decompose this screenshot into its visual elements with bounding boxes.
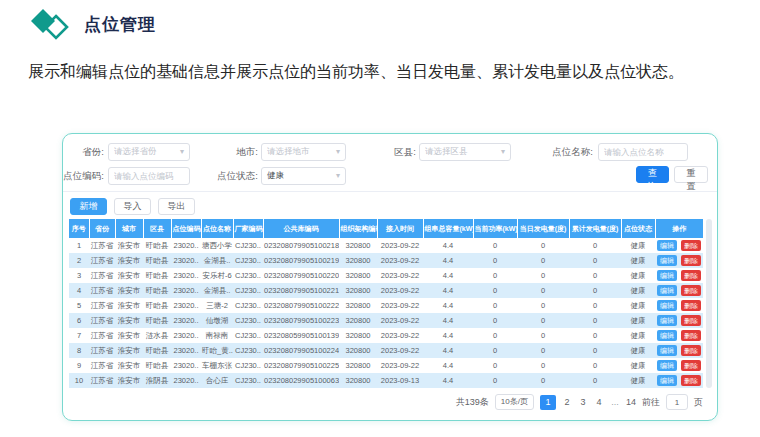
edit-button[interactable]: 编辑 — [657, 360, 677, 371]
edit-button[interactable]: 编辑 — [657, 240, 677, 251]
table-row: 1江苏省淮安市盱眙县23020..塘西小学CJ230..023208079905… — [69, 238, 703, 253]
delete-button[interactable]: 删除 — [681, 330, 701, 341]
table-cell: 江苏省 — [89, 328, 115, 343]
add-button[interactable]: 新增 — [70, 198, 107, 215]
table-cell: 023208059905100139 — [263, 328, 339, 343]
table-cell: 江苏省 — [89, 373, 115, 388]
page-list: 1234...14 — [540, 395, 636, 410]
column-header: 区县 — [143, 219, 171, 238]
page-number[interactable]: 4 — [594, 397, 604, 407]
point-name-label: 点位名称: — [531, 146, 593, 159]
chevron-down-icon: ▾ — [501, 148, 505, 156]
delete-button[interactable]: 删除 — [681, 315, 701, 326]
table-cell: 0 — [569, 298, 621, 313]
delete-button[interactable]: 删除 — [681, 240, 701, 251]
edit-button[interactable]: 编辑 — [657, 330, 677, 341]
province-label: 省份: — [63, 146, 104, 159]
table-cell: 4.4 — [423, 313, 473, 328]
table-cell: 0 — [569, 283, 621, 298]
table-cell: 2023-09-22 — [377, 298, 423, 313]
row-actions: 编辑删除 — [655, 283, 703, 298]
diamond-logo-icon — [30, 8, 72, 41]
page-number[interactable]: 3 — [578, 397, 588, 407]
table-row: 6江苏省淮安市盱眙县23020..仙墩湖CJ230..0232080799051… — [69, 313, 703, 328]
table-cell: 2023-09-22 — [377, 238, 423, 253]
chevron-down-icon: ▾ — [180, 148, 184, 156]
table-cell: 23020.. — [171, 328, 201, 343]
row-actions: 编辑删除 — [655, 298, 703, 313]
table-cell: 320800 — [339, 373, 377, 388]
district-select[interactable]: 请选择区县 ▾ — [419, 143, 511, 161]
table-cell: 0 — [473, 358, 517, 373]
table-cell: 23020.. — [171, 298, 201, 313]
table-cell: 320800 — [339, 238, 377, 253]
table-cell: 0 — [517, 253, 569, 268]
page-number[interactable]: 14 — [626, 397, 636, 407]
edit-button[interactable]: 编辑 — [657, 345, 677, 356]
edit-button[interactable]: 编辑 — [657, 285, 677, 296]
table-cell: 23020.. — [171, 313, 201, 328]
table-cell: 淮安市 — [115, 283, 143, 298]
table-cell: 2 — [69, 253, 89, 268]
table-cell: 23020.. — [171, 373, 201, 388]
delete-button[interactable]: 删除 — [681, 300, 701, 311]
table-row: 3江苏省淮安市盱眙县23020..安乐村-6CJ230..02320807990… — [69, 268, 703, 283]
page-number[interactable]: 1 — [540, 395, 556, 410]
table-cell: 0 — [473, 373, 517, 388]
table-cell: 4.4 — [423, 358, 473, 373]
table-cell: 023208079905100224 — [263, 343, 339, 358]
edit-button[interactable]: 编辑 — [657, 270, 677, 281]
table-cell: 盱眙县 — [143, 313, 171, 328]
edit-button[interactable]: 编辑 — [657, 315, 677, 326]
table-cell: 合心庄 — [201, 373, 233, 388]
table-header-row: 序号省份城市区县点位编码点位名称厂家编码公共库编码组织架构编码接入时间组串总容量… — [69, 219, 703, 238]
goto-label: 前往 — [642, 396, 660, 409]
table-cell: 023208079905100220 — [263, 268, 339, 283]
table-cell: 淮安市 — [115, 298, 143, 313]
goto-page-input[interactable] — [666, 394, 688, 410]
page-header: 点位管理 — [30, 8, 156, 41]
import-button[interactable]: 导入 — [114, 198, 151, 215]
point-status-select[interactable]: 健康 ▾ — [261, 167, 346, 185]
column-header: 厂家编码 — [233, 219, 263, 238]
delete-button[interactable]: 删除 — [681, 345, 701, 356]
table-cell: 320800 — [339, 328, 377, 343]
delete-button[interactable]: 删除 — [681, 375, 701, 386]
reset-button[interactable]: 重置 — [674, 166, 708, 183]
table-cell: 0 — [517, 238, 569, 253]
table-cell: 0 — [517, 268, 569, 283]
table-cell: 320800 — [339, 268, 377, 283]
chevron-down-icon: ▾ — [336, 148, 340, 156]
column-header: 接入时间 — [377, 219, 423, 238]
delete-button[interactable]: 删除 — [681, 360, 701, 371]
page-ellipsis: ... — [610, 397, 620, 407]
edit-button[interactable]: 编辑 — [657, 255, 677, 266]
table-cell: 0 — [473, 313, 517, 328]
delete-button[interactable]: 删除 — [681, 285, 701, 296]
page-size-select[interactable]: 10条/页 — [495, 394, 534, 410]
table-row: 4江苏省淮安市盱眙县23020..金湖县..CJ230..02320807990… — [69, 283, 703, 298]
search-button[interactable]: 查询 — [636, 166, 669, 183]
column-header: 累计发电量(度) — [569, 219, 621, 238]
table-cell: 健康 — [621, 298, 655, 313]
table-cell: 0 — [473, 298, 517, 313]
table-scrollbar[interactable] — [706, 219, 712, 388]
column-header: 省份 — [89, 219, 115, 238]
table-cell: 9 — [69, 358, 89, 373]
city-select[interactable]: 请选择地市 ▾ — [261, 143, 346, 161]
export-button[interactable]: 导出 — [158, 198, 195, 215]
column-header: 点位编码 — [171, 219, 201, 238]
point-name-input[interactable] — [598, 143, 688, 161]
table-cell: 江苏省 — [89, 313, 115, 328]
table-cell: 仙墩湖 — [201, 313, 233, 328]
chevron-down-icon: ▾ — [336, 172, 340, 180]
delete-button[interactable]: 删除 — [681, 255, 701, 266]
point-code-input[interactable] — [108, 167, 190, 185]
delete-button[interactable]: 删除 — [681, 270, 701, 281]
table-cell: CJ230.. — [233, 283, 263, 298]
edit-button[interactable]: 编辑 — [657, 375, 677, 386]
table-cell: 23020.. — [171, 358, 201, 373]
edit-button[interactable]: 编辑 — [657, 300, 677, 311]
page-number[interactable]: 2 — [562, 397, 572, 407]
province-select[interactable]: 请选择省份 ▾ — [108, 143, 190, 161]
